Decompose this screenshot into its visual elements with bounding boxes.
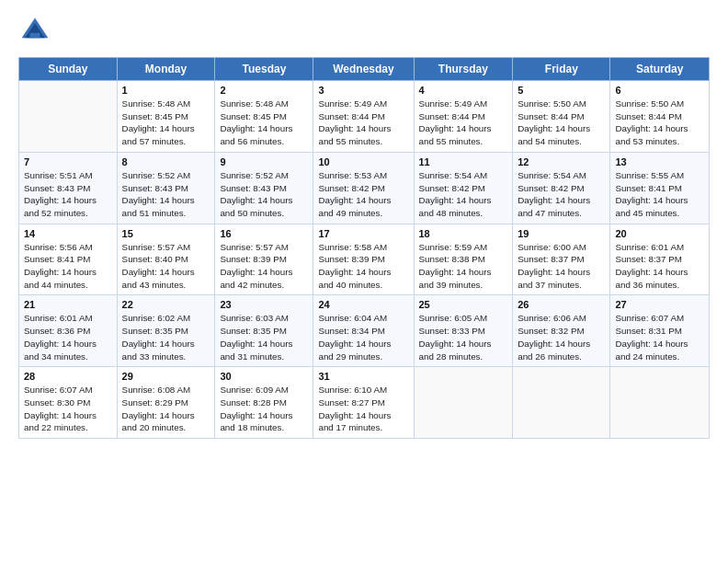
day-number: 12	[518, 156, 605, 167]
day-number: 31	[318, 371, 408, 382]
day-info: Sunrise: 6:08 AMSunset: 8:29 PMDaylight:…	[122, 384, 210, 434]
calendar-cell: 5Sunrise: 5:50 AMSunset: 8:44 PMDaylight…	[513, 81, 610, 153]
calendar-cell: 15Sunrise: 5:57 AMSunset: 8:40 PMDayligh…	[117, 224, 215, 295]
calendar-cell: 13Sunrise: 5:55 AMSunset: 8:41 PMDayligh…	[610, 152, 710, 224]
page: SundayMondayTuesdayWednesdayThursdayFrid…	[0, 0, 728, 563]
calendar-cell: 7Sunrise: 5:51 AMSunset: 8:43 PMDaylight…	[19, 152, 118, 224]
day-info: Sunrise: 6:05 AMSunset: 8:33 PMDaylight:…	[419, 312, 508, 362]
calendar-cell	[610, 367, 710, 439]
calendar-cell: 31Sunrise: 6:10 AMSunset: 8:27 PMDayligh…	[313, 367, 414, 439]
calendar-cell: 26Sunrise: 6:06 AMSunset: 8:32 PMDayligh…	[513, 295, 610, 367]
day-number: 26	[518, 299, 605, 310]
day-info: Sunrise: 5:59 AMSunset: 8:38 PMDaylight:…	[419, 241, 508, 292]
calendar-header-saturday: Saturday	[610, 58, 710, 81]
calendar-cell: 25Sunrise: 6:05 AMSunset: 8:33 PMDayligh…	[414, 295, 513, 367]
day-number: 22	[122, 299, 210, 310]
day-info: Sunrise: 6:07 AMSunset: 8:30 PMDaylight:…	[24, 384, 112, 434]
calendar-header-sunday: Sunday	[19, 58, 118, 81]
calendar-cell: 27Sunrise: 6:07 AMSunset: 8:31 PMDayligh…	[610, 295, 710, 367]
day-number: 11	[419, 156, 508, 167]
calendar-header-monday: Monday	[117, 58, 215, 81]
day-info: Sunrise: 6:07 AMSunset: 8:31 PMDaylight:…	[615, 312, 704, 362]
day-info: Sunrise: 6:03 AMSunset: 8:35 PMDaylight:…	[220, 312, 308, 362]
calendar-cell	[19, 81, 118, 153]
calendar-cell: 9Sunrise: 5:52 AMSunset: 8:43 PMDaylight…	[215, 152, 313, 224]
day-info: Sunrise: 6:06 AMSunset: 8:32 PMDaylight:…	[518, 312, 605, 362]
calendar-cell: 8Sunrise: 5:52 AMSunset: 8:43 PMDaylight…	[117, 152, 215, 224]
calendar-cell: 16Sunrise: 5:57 AMSunset: 8:39 PMDayligh…	[215, 224, 313, 295]
calendar: SundayMondayTuesdayWednesdayThursdayFrid…	[18, 57, 710, 439]
calendar-header-friday: Friday	[513, 58, 610, 81]
calendar-cell	[513, 367, 610, 439]
day-info: Sunrise: 5:51 AMSunset: 8:43 PMDaylight:…	[24, 169, 112, 220]
day-number: 23	[220, 299, 308, 310]
calendar-cell: 11Sunrise: 5:54 AMSunset: 8:42 PMDayligh…	[414, 152, 513, 224]
day-number: 29	[122, 371, 210, 382]
logo-icon	[18, 15, 51, 48]
day-info: Sunrise: 5:57 AMSunset: 8:40 PMDaylight:…	[122, 241, 210, 292]
day-number: 17	[318, 228, 408, 239]
calendar-header-tuesday: Tuesday	[215, 58, 313, 81]
day-info: Sunrise: 6:04 AMSunset: 8:34 PMDaylight:…	[318, 312, 408, 362]
day-info: Sunrise: 5:50 AMSunset: 8:44 PMDaylight:…	[518, 98, 605, 148]
calendar-cell: 12Sunrise: 5:54 AMSunset: 8:42 PMDayligh…	[513, 152, 610, 224]
day-info: Sunrise: 5:57 AMSunset: 8:39 PMDaylight:…	[220, 241, 308, 292]
calendar-cell: 22Sunrise: 6:02 AMSunset: 8:35 PMDayligh…	[117, 295, 215, 367]
day-info: Sunrise: 5:53 AMSunset: 8:42 PMDaylight:…	[318, 169, 408, 220]
day-info: Sunrise: 5:54 AMSunset: 8:42 PMDaylight:…	[518, 169, 605, 220]
calendar-cell: 17Sunrise: 5:58 AMSunset: 8:39 PMDayligh…	[313, 224, 414, 295]
svg-rect-2	[30, 33, 40, 38]
calendar-week-4: 21Sunrise: 6:01 AMSunset: 8:36 PMDayligh…	[19, 295, 710, 367]
day-number: 21	[24, 299, 112, 310]
calendar-cell: 19Sunrise: 6:00 AMSunset: 8:37 PMDayligh…	[513, 224, 610, 295]
calendar-week-1: 1Sunrise: 5:48 AMSunset: 8:45 PMDaylight…	[19, 81, 710, 153]
day-number: 7	[24, 156, 112, 167]
day-info: Sunrise: 6:01 AMSunset: 8:36 PMDaylight:…	[24, 312, 112, 362]
calendar-header-thursday: Thursday	[414, 58, 513, 81]
calendar-cell: 6Sunrise: 5:50 AMSunset: 8:44 PMDaylight…	[610, 81, 710, 153]
day-number: 9	[220, 156, 308, 167]
day-number: 18	[419, 228, 508, 239]
day-number: 5	[518, 85, 605, 96]
header	[18, 15, 710, 48]
day-number: 16	[220, 228, 308, 239]
day-number: 3	[318, 85, 408, 96]
day-info: Sunrise: 5:49 AMSunset: 8:44 PMDaylight:…	[318, 98, 408, 148]
day-number: 4	[419, 85, 508, 96]
calendar-cell: 21Sunrise: 6:01 AMSunset: 8:36 PMDayligh…	[19, 295, 118, 367]
day-info: Sunrise: 6:02 AMSunset: 8:35 PMDaylight:…	[122, 312, 210, 362]
day-number: 27	[615, 299, 704, 310]
day-number: 19	[518, 228, 605, 239]
calendar-cell	[414, 367, 513, 439]
day-number: 1	[122, 85, 210, 96]
day-info: Sunrise: 6:09 AMSunset: 8:28 PMDaylight:…	[220, 384, 308, 434]
day-number: 20	[615, 228, 704, 239]
calendar-header-wednesday: Wednesday	[313, 58, 414, 81]
calendar-cell: 28Sunrise: 6:07 AMSunset: 8:30 PMDayligh…	[19, 367, 118, 439]
calendar-header-row: SundayMondayTuesdayWednesdayThursdayFrid…	[19, 58, 710, 81]
day-info: Sunrise: 5:48 AMSunset: 8:45 PMDaylight:…	[122, 98, 210, 148]
day-info: Sunrise: 5:49 AMSunset: 8:44 PMDaylight:…	[419, 98, 508, 148]
calendar-cell: 3Sunrise: 5:49 AMSunset: 8:44 PMDaylight…	[313, 81, 414, 153]
calendar-week-5: 28Sunrise: 6:07 AMSunset: 8:30 PMDayligh…	[19, 367, 710, 439]
day-number: 13	[615, 156, 704, 167]
calendar-cell: 23Sunrise: 6:03 AMSunset: 8:35 PMDayligh…	[215, 295, 313, 367]
calendar-cell: 30Sunrise: 6:09 AMSunset: 8:28 PMDayligh…	[215, 367, 313, 439]
logo	[18, 15, 57, 48]
day-info: Sunrise: 6:01 AMSunset: 8:37 PMDaylight:…	[615, 241, 704, 292]
calendar-cell: 1Sunrise: 5:48 AMSunset: 8:45 PMDaylight…	[117, 81, 215, 153]
calendar-cell: 2Sunrise: 5:48 AMSunset: 8:45 PMDaylight…	[215, 81, 313, 153]
calendar-cell: 20Sunrise: 6:01 AMSunset: 8:37 PMDayligh…	[610, 224, 710, 295]
day-number: 14	[24, 228, 112, 239]
day-info: Sunrise: 6:00 AMSunset: 8:37 PMDaylight:…	[518, 241, 605, 292]
calendar-week-3: 14Sunrise: 5:56 AMSunset: 8:41 PMDayligh…	[19, 224, 710, 295]
day-info: Sunrise: 5:52 AMSunset: 8:43 PMDaylight:…	[122, 169, 210, 220]
day-info: Sunrise: 5:50 AMSunset: 8:44 PMDaylight:…	[615, 98, 704, 148]
day-info: Sunrise: 5:55 AMSunset: 8:41 PMDaylight:…	[615, 169, 704, 220]
calendar-cell: 10Sunrise: 5:53 AMSunset: 8:42 PMDayligh…	[313, 152, 414, 224]
calendar-body: 1Sunrise: 5:48 AMSunset: 8:45 PMDaylight…	[19, 81, 710, 439]
day-info: Sunrise: 5:56 AMSunset: 8:41 PMDaylight:…	[24, 241, 112, 292]
day-info: Sunrise: 6:10 AMSunset: 8:27 PMDaylight:…	[318, 384, 408, 434]
day-number: 10	[318, 156, 408, 167]
day-info: Sunrise: 5:54 AMSunset: 8:42 PMDaylight:…	[419, 169, 508, 220]
